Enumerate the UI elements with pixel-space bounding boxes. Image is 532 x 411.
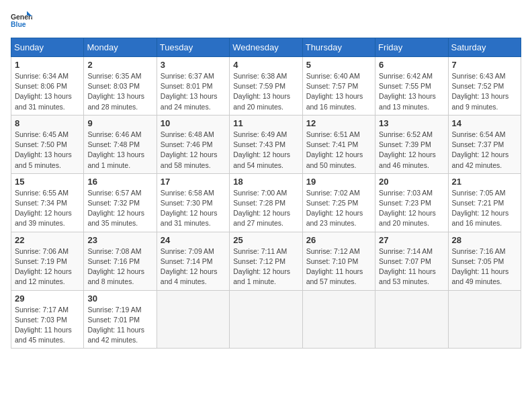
day-number: 17 (161, 177, 226, 187)
calendar-cell: 5 Sunrise: 6:40 AM Sunset: 7:57 PM Dayli… (302, 57, 375, 116)
calendar-cell: 17 Sunrise: 6:58 AM Sunset: 7:30 PM Dayl… (157, 173, 229, 232)
day-info: Sunrise: 6:49 AM Sunset: 7:43 PM Dayligh… (233, 130, 298, 171)
calendar-cell: 10 Sunrise: 6:48 AM Sunset: 7:46 PM Dayl… (157, 115, 229, 173)
day-number: 13 (379, 118, 444, 128)
calendar-cell: 24 Sunrise: 7:09 AM Sunset: 7:14 PM Dayl… (157, 232, 229, 290)
calendar-cell: 23 Sunrise: 7:08 AM Sunset: 7:16 PM Dayl… (84, 232, 157, 290)
day-info: Sunrise: 7:12 AM Sunset: 7:10 PM Dayligh… (306, 246, 371, 287)
calendar-header-wednesday: Wednesday (230, 38, 302, 57)
day-info: Sunrise: 6:45 AM Sunset: 7:50 PM Dayligh… (15, 130, 80, 171)
calendar-week-3: 15 Sunrise: 6:55 AM Sunset: 7:34 PM Dayl… (11, 173, 521, 232)
day-number: 2 (87, 60, 152, 70)
day-info: Sunrise: 7:06 AM Sunset: 7:19 PM Dayligh… (15, 246, 80, 287)
calendar-week-2: 8 Sunrise: 6:45 AM Sunset: 7:50 PM Dayli… (11, 115, 521, 173)
day-number: 1 (15, 60, 80, 70)
day-number: 26 (306, 235, 371, 245)
calendar-cell (157, 290, 229, 349)
day-number: 9 (87, 118, 152, 128)
calendar-week-4: 22 Sunrise: 7:06 AM Sunset: 7:19 PM Dayl… (11, 232, 521, 290)
day-info: Sunrise: 6:43 AM Sunset: 7:52 PM Dayligh… (452, 71, 517, 112)
logo: General Blue (11, 11, 32, 30)
calendar-cell (230, 290, 302, 349)
calendar-cell: 29 Sunrise: 7:17 AM Sunset: 7:03 PM Dayl… (11, 290, 84, 349)
calendar-cell: 7 Sunrise: 6:43 AM Sunset: 7:52 PM Dayli… (448, 57, 521, 116)
day-info: Sunrise: 7:11 AM Sunset: 7:12 PM Dayligh… (233, 246, 298, 287)
day-number: 23 (87, 235, 152, 245)
day-number: 3 (161, 60, 226, 70)
calendar-week-5: 29 Sunrise: 7:17 AM Sunset: 7:03 PM Dayl… (11, 290, 521, 349)
calendar-cell: 25 Sunrise: 7:11 AM Sunset: 7:12 PM Dayl… (230, 232, 302, 290)
day-number: 25 (233, 235, 298, 245)
calendar-cell: 22 Sunrise: 7:06 AM Sunset: 7:19 PM Dayl… (11, 232, 84, 290)
calendar-header-friday: Friday (375, 38, 448, 57)
calendar-cell: 9 Sunrise: 6:46 AM Sunset: 7:48 PM Dayli… (84, 115, 157, 173)
calendar-header-monday: Monday (84, 38, 157, 57)
calendar-cell: 11 Sunrise: 6:49 AM Sunset: 7:43 PM Dayl… (230, 115, 302, 173)
day-info: Sunrise: 6:52 AM Sunset: 7:39 PM Dayligh… (379, 130, 444, 171)
day-info: Sunrise: 6:37 AM Sunset: 8:01 PM Dayligh… (161, 71, 226, 112)
calendar-cell: 2 Sunrise: 6:35 AM Sunset: 8:03 PM Dayli… (84, 57, 157, 116)
logo-icon: General Blue (11, 11, 32, 30)
calendar-cell (448, 290, 521, 349)
calendar-header-tuesday: Tuesday (157, 38, 229, 57)
day-number: 30 (87, 293, 152, 304)
day-info: Sunrise: 7:14 AM Sunset: 7:07 PM Dayligh… (379, 246, 444, 287)
calendar-cell: 30 Sunrise: 7:19 AM Sunset: 7:01 PM Dayl… (84, 290, 157, 349)
calendar-header-sunday: Sunday (11, 38, 84, 57)
calendar-cell: 21 Sunrise: 7:05 AM Sunset: 7:21 PM Dayl… (448, 173, 521, 232)
day-number: 5 (306, 60, 371, 70)
day-info: Sunrise: 7:09 AM Sunset: 7:14 PM Dayligh… (161, 246, 226, 287)
calendar-cell: 27 Sunrise: 7:14 AM Sunset: 7:07 PM Dayl… (375, 232, 448, 290)
day-number: 4 (233, 60, 298, 70)
day-info: Sunrise: 6:46 AM Sunset: 7:48 PM Dayligh… (87, 130, 152, 171)
day-number: 7 (452, 60, 517, 70)
day-info: Sunrise: 6:35 AM Sunset: 8:03 PM Dayligh… (87, 71, 152, 112)
calendar-cell: 4 Sunrise: 6:38 AM Sunset: 7:59 PM Dayli… (230, 57, 302, 116)
day-info: Sunrise: 6:57 AM Sunset: 7:32 PM Dayligh… (87, 188, 152, 229)
calendar-cell (375, 290, 448, 349)
day-number: 21 (452, 177, 517, 187)
calendar-cell: 19 Sunrise: 7:02 AM Sunset: 7:25 PM Dayl… (302, 173, 375, 232)
calendar-cell: 1 Sunrise: 6:34 AM Sunset: 8:06 PM Dayli… (11, 57, 84, 116)
day-info: Sunrise: 7:08 AM Sunset: 7:16 PM Dayligh… (87, 246, 152, 287)
calendar-cell: 26 Sunrise: 7:12 AM Sunset: 7:10 PM Dayl… (302, 232, 375, 290)
day-info: Sunrise: 7:03 AM Sunset: 7:23 PM Dayligh… (379, 188, 444, 229)
calendar-cell: 20 Sunrise: 7:03 AM Sunset: 7:23 PM Dayl… (375, 173, 448, 232)
calendar-cell: 28 Sunrise: 7:16 AM Sunset: 7:05 PM Dayl… (448, 232, 521, 290)
calendar-cell: 15 Sunrise: 6:55 AM Sunset: 7:34 PM Dayl… (11, 173, 84, 232)
day-number: 28 (452, 235, 517, 245)
calendar-cell: 8 Sunrise: 6:45 AM Sunset: 7:50 PM Dayli… (11, 115, 84, 173)
day-info: Sunrise: 6:51 AM Sunset: 7:41 PM Dayligh… (306, 130, 371, 171)
day-number: 12 (306, 118, 371, 128)
calendar-cell: 12 Sunrise: 6:51 AM Sunset: 7:41 PM Dayl… (302, 115, 375, 173)
calendar-cell: 13 Sunrise: 6:52 AM Sunset: 7:39 PM Dayl… (375, 115, 448, 173)
day-number: 22 (15, 235, 80, 245)
calendar-cell: 6 Sunrise: 6:42 AM Sunset: 7:55 PM Dayli… (375, 57, 448, 116)
calendar-table: SundayMondayTuesdayWednesdayThursdayFrid… (11, 38, 521, 349)
calendar-header-saturday: Saturday (448, 38, 521, 57)
day-number: 24 (161, 235, 226, 245)
day-info: Sunrise: 6:34 AM Sunset: 8:06 PM Dayligh… (15, 71, 80, 112)
day-number: 15 (15, 177, 80, 187)
calendar-cell: 18 Sunrise: 7:00 AM Sunset: 7:28 PM Dayl… (230, 173, 302, 232)
svg-text:Blue: Blue (11, 21, 26, 28)
day-info: Sunrise: 6:38 AM Sunset: 7:59 PM Dayligh… (233, 71, 298, 112)
calendar-header-row: SundayMondayTuesdayWednesdayThursdayFrid… (11, 38, 521, 57)
day-info: Sunrise: 6:58 AM Sunset: 7:30 PM Dayligh… (161, 188, 226, 229)
calendar-cell: 14 Sunrise: 6:54 AM Sunset: 7:37 PM Dayl… (448, 115, 521, 173)
day-info: Sunrise: 6:55 AM Sunset: 7:34 PM Dayligh… (15, 188, 80, 229)
day-info: Sunrise: 7:19 AM Sunset: 7:01 PM Dayligh… (87, 305, 152, 346)
day-info: Sunrise: 6:48 AM Sunset: 7:46 PM Dayligh… (161, 130, 226, 171)
calendar-cell (302, 290, 375, 349)
day-number: 14 (452, 118, 517, 128)
calendar-header-thursday: Thursday (302, 38, 375, 57)
page-header: General Blue (11, 11, 521, 30)
day-number: 27 (379, 235, 444, 245)
calendar-cell: 3 Sunrise: 6:37 AM Sunset: 8:01 PM Dayli… (157, 57, 229, 116)
day-info: Sunrise: 7:16 AM Sunset: 7:05 PM Dayligh… (452, 246, 517, 287)
day-number: 8 (15, 118, 80, 128)
day-number: 6 (379, 60, 444, 70)
day-number: 20 (379, 177, 444, 187)
day-number: 10 (161, 118, 226, 128)
day-number: 19 (306, 177, 371, 187)
